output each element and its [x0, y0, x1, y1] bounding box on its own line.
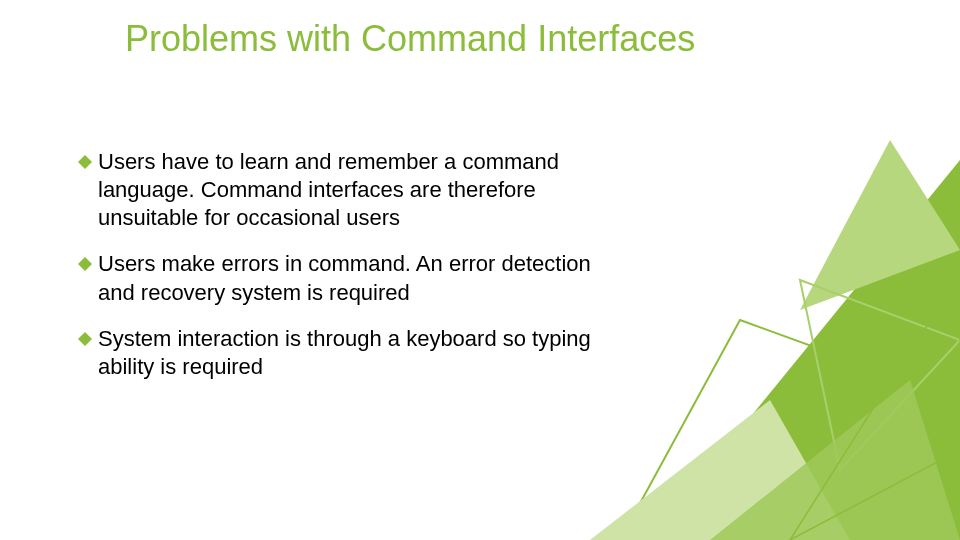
- svg-marker-0: [78, 155, 92, 169]
- slide: Problems with Command Interfaces Users h…: [0, 0, 960, 540]
- svg-marker-6: [800, 280, 960, 470]
- bullet-item: Users make errors in command. An error d…: [78, 250, 618, 306]
- diamond-icon: [78, 257, 92, 271]
- svg-marker-3: [650, 160, 960, 540]
- bullet-text: Users have to learn and remember a comma…: [98, 148, 618, 232]
- bullet-item: System interaction is through a keyboard…: [78, 325, 618, 381]
- svg-marker-9: [790, 280, 960, 540]
- svg-marker-4: [800, 140, 960, 310]
- decorative-triangles: [590, 140, 960, 540]
- diamond-icon: [78, 332, 92, 346]
- svg-marker-7: [590, 400, 850, 540]
- svg-marker-5: [620, 320, 960, 540]
- slide-body: Users have to learn and remember a comma…: [78, 148, 618, 399]
- svg-marker-1: [78, 257, 92, 271]
- svg-marker-2: [78, 332, 92, 346]
- svg-marker-8: [710, 380, 960, 540]
- bullet-text: Users make errors in command. An error d…: [98, 250, 618, 306]
- bullet-item: Users have to learn and remember a comma…: [78, 148, 618, 232]
- diamond-icon: [78, 155, 92, 169]
- slide-title: Problems with Command Interfaces: [125, 18, 695, 60]
- bullet-text: System interaction is through a keyboard…: [98, 325, 618, 381]
